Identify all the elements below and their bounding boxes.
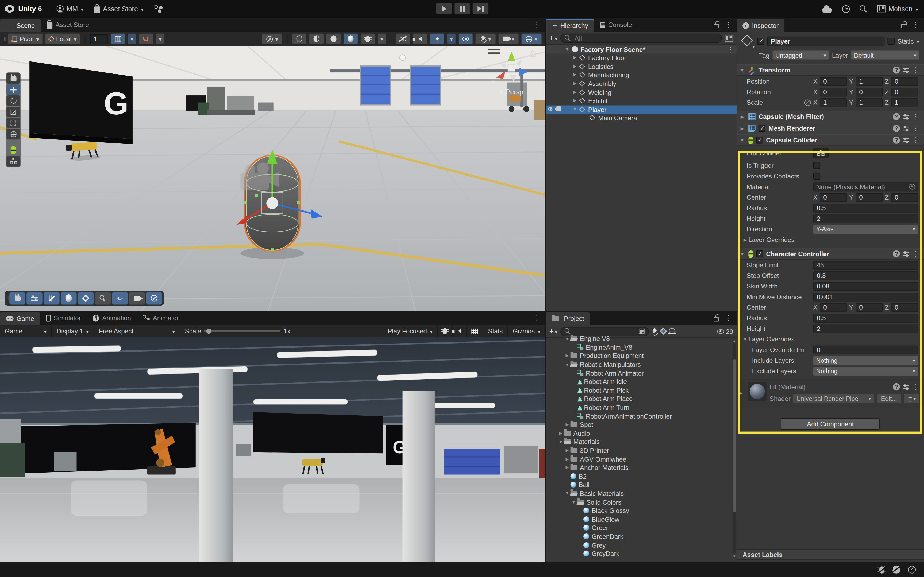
enabled-checkbox[interactable] — [756, 137, 763, 143]
type-filter-icon[interactable] — [659, 327, 667, 335]
project-item[interactable]: B2 — [546, 472, 737, 480]
component-menu-icon[interactable] — [912, 124, 919, 132]
account-menu[interactable]: MM — [57, 5, 84, 12]
component-menu-icon[interactable] — [912, 383, 919, 391]
game-target-dropdown[interactable]: Game — [0, 325, 52, 337]
shader-dropdown[interactable]: Universal Render Pipe — [793, 394, 874, 403]
center-z[interactable]: 0 — [891, 193, 918, 201]
shading-unlit-button[interactable] — [326, 34, 341, 44]
center-x[interactable]: 0 — [820, 193, 847, 201]
height-field[interactable]: 2 — [813, 214, 918, 223]
history-icon[interactable] — [842, 5, 850, 13]
asset-store-menu[interactable]: Asset Store — [94, 5, 144, 13]
project-item[interactable]: Robot Arm Animator — [546, 369, 737, 377]
object-picker-icon[interactable] — [909, 184, 915, 190]
component-menu-icon[interactable] — [912, 113, 919, 121]
scroll-up-arrow[interactable]: ▲ — [733, 339, 736, 343]
project-item[interactable]: Solid Colors — [546, 498, 737, 506]
value-field[interactable]: 0.08 — [813, 282, 918, 291]
handle-rotation-dropdown[interactable]: Local — [45, 34, 80, 44]
activity-ok-icon[interactable] — [908, 566, 916, 574]
project-item[interactable]: RobotArmAnimationController — [546, 412, 737, 420]
expand-arrow[interactable] — [572, 56, 578, 60]
scroll-down-arrow[interactable]: ▼ — [733, 554, 736, 558]
project-item[interactable]: Robot Arm Turn — [546, 403, 737, 412]
cache-server-disconnected-icon[interactable] — [893, 566, 900, 574]
static-checkbox[interactable] — [887, 38, 894, 45]
hierarchy-item[interactable]: Main Camera — [546, 114, 737, 122]
expand-arrow[interactable] — [564, 448, 570, 453]
mesh-renderer-header[interactable]: Mesh Renderer — [737, 122, 924, 134]
grid-visibility-caret[interactable] — [128, 34, 136, 44]
center-y[interactable]: 0 — [856, 303, 882, 312]
physics-material-field[interactable]: None (Physics Material) — [813, 182, 918, 191]
shading-button[interactable] — [61, 292, 77, 304]
open-search-window-icon[interactable] — [639, 329, 645, 334]
pan-view-button[interactable] — [10, 292, 26, 304]
expand-arrow[interactable] — [572, 98, 578, 103]
hierarchy-item[interactable]: Welding — [546, 88, 737, 97]
rect-tool-button[interactable] — [6, 118, 20, 129]
tab-inspector[interactable]: Inspector — [737, 19, 784, 32]
pause-button[interactable] — [454, 3, 470, 14]
enabled-checkbox[interactable] — [759, 125, 766, 132]
presets-icon[interactable] — [903, 67, 909, 73]
project-item[interactable]: 3D Printer — [546, 446, 737, 455]
search-input[interactable] — [573, 327, 636, 335]
mute-audio-button[interactable] — [452, 325, 467, 337]
lock-icon[interactable] — [901, 24, 906, 28]
value-field[interactable]: 0.001 — [813, 292, 918, 301]
project-item[interactable]: Green — [546, 524, 737, 532]
project-item[interactable]: Audio — [546, 429, 737, 438]
shading-shaded-wire-button[interactable] — [309, 34, 323, 44]
mesh-filter-header[interactable]: Capsule (Mesh Filter) — [737, 111, 924, 122]
expand-arrow[interactable] — [564, 465, 570, 470]
snap-settings-caret[interactable] — [156, 34, 165, 44]
constrain-proportions-icon[interactable] — [804, 99, 811, 105]
gizmos-dropdown[interactable] — [522, 34, 542, 44]
tab-scene[interactable]: Scene — [0, 19, 41, 32]
center-y[interactable]: 0 — [856, 193, 882, 201]
expand-arrow[interactable] — [564, 337, 570, 340]
tab-animator[interactable]: Animator — [137, 311, 185, 325]
tab-simulator[interactable]: Simulator — [40, 311, 87, 325]
search-icon[interactable] — [859, 5, 867, 13]
expand-arrow[interactable] — [564, 422, 570, 427]
help-icon[interactable] — [893, 383, 900, 390]
debug-draw-button[interactable] — [361, 34, 375, 44]
presets-icon[interactable] — [903, 384, 909, 390]
scale-x[interactable]: 1 — [820, 98, 847, 107]
project-item[interactable]: Production Equipment — [546, 351, 737, 360]
foldout-arrow[interactable] — [739, 137, 745, 143]
expand-arrow[interactable] — [564, 457, 570, 462]
project-item[interactable]: Engine V8 — [546, 334, 737, 343]
position-x[interactable]: 0 — [820, 77, 847, 86]
value-field[interactable]: 45 — [813, 260, 918, 269]
center-x[interactable]: 0 — [820, 303, 847, 312]
lock-icon[interactable] — [714, 24, 719, 28]
rotation-y[interactable]: 0 — [856, 87, 882, 96]
panel-menu-icon[interactable] — [533, 21, 540, 29]
version-control-button[interactable] — [154, 5, 163, 12]
position-z[interactable]: 0 — [891, 77, 918, 86]
project-item[interactable]: Black Glossy — [546, 506, 737, 515]
hierarchy-search[interactable] — [561, 34, 722, 43]
scale-y[interactable]: 1 — [856, 98, 882, 107]
aspect-dropdown[interactable]: Free Aspect — [94, 325, 180, 337]
project-item[interactable]: Anchor Materials — [546, 463, 737, 472]
expand-arrow[interactable] — [557, 431, 564, 436]
project-item[interactable]: GreenDark — [546, 532, 737, 541]
presets-icon[interactable] — [903, 125, 909, 131]
debug-button[interactable] — [438, 325, 452, 337]
orientation-button[interactable] — [146, 292, 162, 304]
value-field[interactable]: 0.3 — [813, 271, 918, 280]
foldout-arrow[interactable]: ▶ — [739, 390, 745, 395]
debug-draw-caret[interactable] — [378, 34, 386, 44]
project-item[interactable]: Robot Arm Pick — [546, 386, 737, 395]
shading-wireframe-button[interactable] — [292, 34, 306, 44]
foldout-arrow[interactable] — [739, 67, 745, 73]
expand-arrow[interactable] — [570, 500, 577, 504]
project-item[interactable]: Robot Arm Idle — [546, 377, 737, 386]
fly-mode-button[interactable] — [112, 292, 128, 304]
project-item[interactable]: AGV Omniwheel — [546, 455, 737, 463]
